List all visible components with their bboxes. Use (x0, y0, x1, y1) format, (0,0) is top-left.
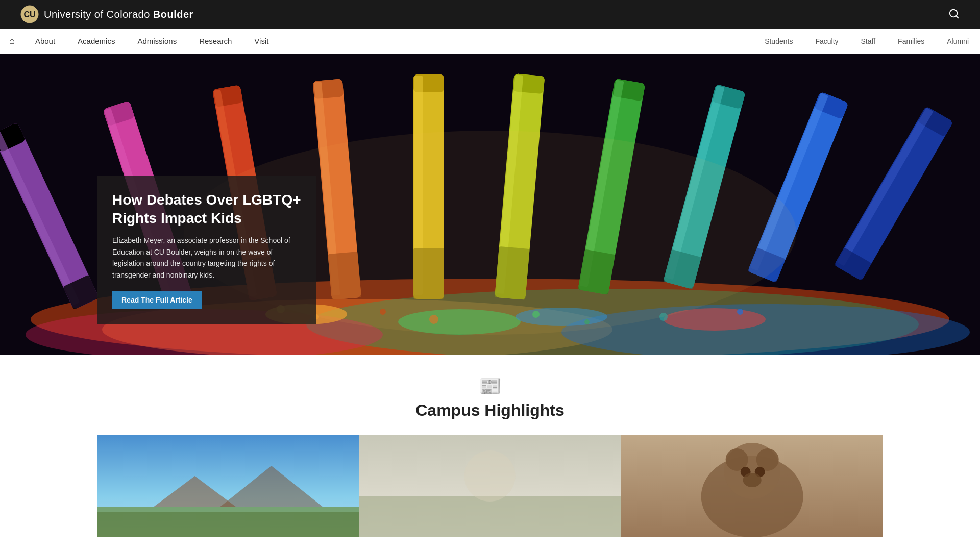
nav-visit[interactable]: Visit (243, 29, 280, 54)
top-bar: CU University of Colorado Boulder (0, 0, 980, 29)
search-icon (948, 8, 960, 19)
highlights-title: Campus Highlights (97, 401, 883, 420)
highlight-card-2[interactable] (359, 435, 621, 537)
nav-academics[interactable]: Academics (66, 29, 126, 54)
nav-alumni[interactable]: Alumni (936, 29, 980, 54)
home-icon: ⌂ (9, 36, 15, 46)
nav-left: ⌂ About Academics Admissions Research Vi… (0, 29, 280, 54)
highlight-card-1-image (97, 435, 359, 537)
nav-admissions[interactable]: Admissions (126, 29, 188, 54)
svg-rect-65 (97, 512, 359, 537)
svg-point-78 (743, 473, 761, 487)
nav-home[interactable]: ⌂ (0, 29, 24, 54)
svg-text:CU: CU (23, 10, 35, 19)
hero-content-panel: How Debates Over LGBTQ+ Rights Impact Ki… (97, 176, 316, 324)
search-button[interactable] (948, 8, 960, 21)
nav-students[interactable]: Students (753, 29, 804, 54)
hero-title: How Debates Over LGBTQ+ Rights Impact Ki… (112, 191, 301, 228)
site-title: University of Colorado Boulder (44, 9, 193, 20)
svg-rect-69 (359, 496, 621, 537)
svg-line-3 (956, 16, 958, 18)
nav-faculty[interactable]: Faculty (804, 29, 849, 54)
svg-point-70 (464, 450, 516, 502)
hero-section: How Debates Over LGBTQ+ Rights Impact Ki… (0, 54, 980, 355)
nav-research[interactable]: Research (188, 29, 243, 54)
highlights-icon: 📰 (97, 375, 883, 397)
svg-point-61 (737, 309, 743, 315)
highlight-card-3-image (621, 435, 883, 537)
hero-description: Elizabeth Meyer, an associate professor … (112, 235, 301, 281)
nav-staff[interactable]: Staff (850, 29, 887, 54)
nav-families[interactable]: Families (887, 29, 936, 54)
cu-logo-icon: CU (20, 5, 39, 23)
highlight-card-2-image (359, 435, 621, 537)
highlight-card-1[interactable] (97, 435, 359, 537)
nav-right: Students Faculty Staff Families Alumni (753, 29, 980, 54)
nav-about[interactable]: About (24, 29, 66, 54)
site-logo[interactable]: CU University of Colorado Boulder (20, 5, 193, 23)
highlight-card-3[interactable] (621, 435, 883, 537)
campus-highlights-section: 📰 Campus Highlights (0, 355, 980, 547)
main-nav: ⌂ About Academics Admissions Research Vi… (0, 29, 980, 54)
highlights-grid (97, 435, 883, 537)
read-full-article-button[interactable]: Read The Full Article (112, 291, 202, 309)
